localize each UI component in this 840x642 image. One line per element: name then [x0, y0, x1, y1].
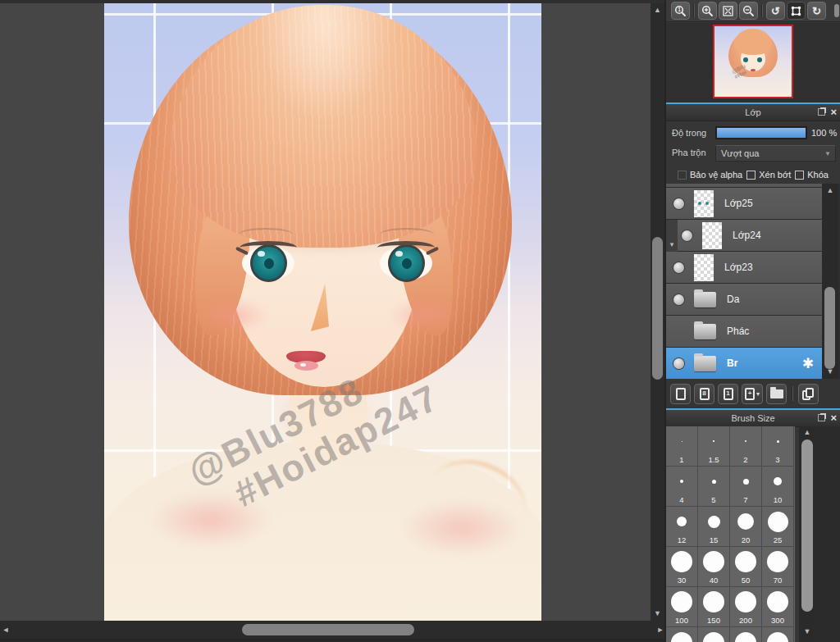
- opacity-slider[interactable]: [715, 126, 807, 139]
- folder-icon: [694, 324, 716, 339]
- layer-scroll-thumb[interactable]: [824, 287, 835, 369]
- layer-buttons-bar: 8 1 + ▾: [666, 379, 840, 408]
- duplicate-icon: [802, 388, 815, 400]
- scroll-left-arrow[interactable]: ◄: [2, 626, 10, 634]
- brush-scroll-thumb[interactable]: [801, 439, 813, 612]
- brush-size-option[interactable]: 2: [730, 426, 762, 467]
- scroll-up-arrow[interactable]: ▲: [799, 429, 815, 436]
- duplicate-layer-button[interactable]: [798, 384, 819, 404]
- scroll-up-arrow[interactable]: ▲: [651, 7, 664, 14]
- folder-icon: [694, 356, 716, 371]
- close-icon[interactable]: ×: [830, 107, 837, 116]
- thumb-eye: [743, 57, 748, 62]
- scroll-right-arrow[interactable]: ►: [656, 626, 664, 634]
- painting-mouth: [286, 351, 327, 372]
- blend-row: Pha trộn Vượt qua ▼: [666, 144, 840, 164]
- rotate-right-button[interactable]: ↻: [807, 2, 826, 20]
- protect-alpha-checkbox[interactable]: Bảo vệ alpha: [678, 170, 742, 180]
- brush-size-option[interactable]: 1.5: [698, 426, 730, 467]
- brush-size-option[interactable]: 25: [762, 507, 794, 547]
- brush-dot-icon: [777, 440, 779, 443]
- lock-checkbox[interactable]: Khóa: [795, 170, 829, 180]
- brush-size-option[interactable]: 150: [698, 587, 730, 627]
- layer-settings-gear-icon[interactable]: ✱: [802, 357, 814, 371]
- brush-size-option[interactable]: 4: [666, 467, 698, 507]
- brush-size-option[interactable]: 5: [698, 467, 730, 507]
- brush-size-option[interactable]: 100: [666, 587, 698, 627]
- popout-icon[interactable]: [818, 414, 825, 421]
- painting-eye-left: [242, 243, 294, 284]
- zoom-in-button[interactable]: [698, 2, 717, 20]
- brush-size-option[interactable]: 70: [762, 547, 794, 587]
- zoom-out-button[interactable]: [739, 2, 758, 20]
- vertical-scroll-thumb[interactable]: [652, 237, 663, 380]
- fit-to-screen-button[interactable]: [719, 2, 737, 20]
- brush-size-option-partial[interactable]: [762, 627, 794, 642]
- add-layer-button[interactable]: + ▾: [742, 384, 763, 404]
- layer-row-phac[interactable]: Phác: [666, 316, 822, 348]
- layer-list-scrollbar[interactable]: ▲ ▼: [822, 184, 838, 379]
- brush-dot-icon: [743, 479, 749, 485]
- navigator-thumbnail[interactable]: @Blu#Hoi: [713, 25, 793, 98]
- brush-size-option-partial[interactable]: [730, 627, 762, 642]
- brush-size-option[interactable]: 20: [730, 507, 762, 547]
- canvas-vertical-scrollbar[interactable]: ▲ ▼: [651, 3, 664, 621]
- layer-row-da[interactable]: Da: [666, 284, 822, 316]
- brush-size-option-partial[interactable]: [666, 627, 698, 642]
- zoom-actual-button[interactable]: 1: [671, 2, 690, 20]
- brush-size-option[interactable]: 7: [730, 467, 762, 507]
- brush-size-option[interactable]: 12: [666, 507, 698, 547]
- checkbox-icon: [678, 171, 687, 180]
- layer-row-br-selected[interactable]: Br ✱: [666, 348, 822, 379]
- layer-name: Lớp23: [724, 262, 753, 273]
- visibility-dot[interactable]: [682, 230, 692, 241]
- scroll-up-arrow[interactable]: ▲: [822, 187, 838, 194]
- thumb-bangs: [734, 29, 772, 55]
- rotate-left-icon: ↺: [771, 6, 780, 16]
- new-8bit-layer-button[interactable]: 8: [694, 384, 714, 404]
- brush-size-option[interactable]: 50: [730, 547, 762, 587]
- visibility-dot[interactable]: [673, 294, 684, 305]
- clip-checkbox[interactable]: Xén bớt: [746, 170, 791, 180]
- layer-row-lop24[interactable]: ▾ Lớp24: [666, 220, 822, 252]
- app-window: @Blu3788 #Hoidap247 ▲ ▼ ◄ ► 1: [0, 0, 840, 642]
- scroll-down-arrow[interactable]: ▼: [822, 368, 838, 376]
- reset-view-button[interactable]: [787, 2, 806, 20]
- folder-icon: [694, 292, 716, 307]
- brush-size-option[interactable]: 30: [666, 547, 698, 587]
- blend-mode-dropdown[interactable]: Vượt qua ▼: [715, 145, 836, 162]
- layer-name: Lớp24: [733, 230, 761, 241]
- brush-size-option[interactable]: 3: [762, 426, 794, 467]
- new-layer-button[interactable]: [670, 384, 691, 404]
- close-icon[interactable]: ×: [830, 413, 837, 422]
- brush-size-option[interactable]: 200: [730, 587, 762, 627]
- brush-panel-header[interactable]: Brush Size ×: [666, 410, 840, 427]
- new-folder-button[interactable]: [766, 384, 787, 404]
- brush-size-option[interactable]: 40: [698, 547, 730, 587]
- brush-size-option[interactable]: 1: [666, 426, 698, 467]
- visibility-dot[interactable]: [673, 358, 684, 369]
- brush-dot-icon: [671, 591, 692, 612]
- scroll-down-arrow[interactable]: ▼: [651, 610, 664, 617]
- scroll-down-arrow[interactable]: ▼: [799, 628, 815, 635]
- brush-size-option-partial[interactable]: [698, 627, 730, 642]
- layer-panel-header[interactable]: Lớp ×: [666, 104, 840, 121]
- brush-grid-scrollbar[interactable]: ▲ ▼: [799, 426, 815, 642]
- visibility-dot[interactable]: [673, 262, 684, 273]
- layer-row-lop25[interactable]: Lớp25: [666, 188, 822, 220]
- brush-dot-icon: [677, 517, 687, 526]
- horizontal-scroll-thumb[interactable]: [242, 624, 414, 635]
- thumb-eye: [757, 57, 762, 62]
- new-1bit-layer-button[interactable]: 1: [718, 384, 738, 404]
- protect-alpha-label: Bảo vệ alpha: [690, 170, 742, 180]
- brush-size-option[interactable]: 300: [762, 587, 794, 627]
- layer-row-lop23[interactable]: Lớp23: [666, 252, 822, 284]
- brush-size-option[interactable]: 15: [698, 507, 730, 547]
- popout-icon[interactable]: [818, 108, 825, 116]
- toolbar-scroll-nub[interactable]: [834, 4, 839, 17]
- rotate-left-button[interactable]: ↺: [766, 2, 785, 20]
- canvas[interactable]: @Blu3788 #Hoidap247: [104, 3, 541, 621]
- canvas-horizontal-scrollbar[interactable]: ◄ ►: [0, 621, 666, 639]
- brush-size-option[interactable]: 10: [762, 467, 794, 507]
- visibility-dot[interactable]: [673, 198, 684, 209]
